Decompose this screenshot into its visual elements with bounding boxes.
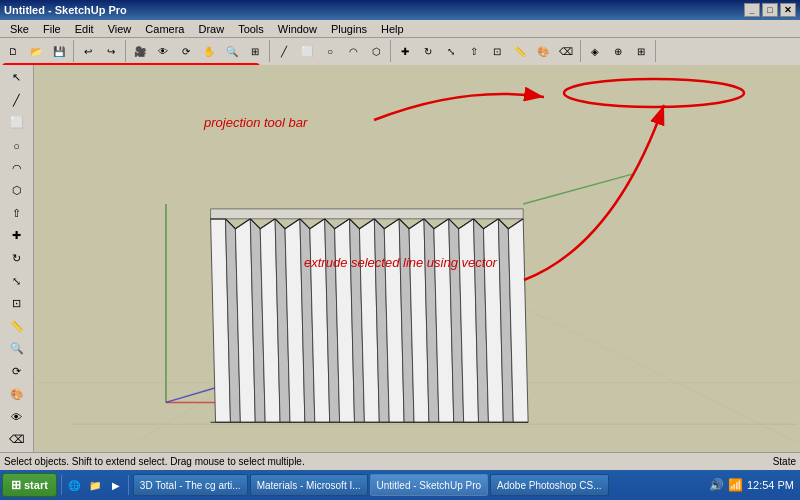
left-toolbar: ↖ ╱ ⬜ ○ ◠ ⬡ ⇧ ✚ ↻ ⤡ ⊡ 📏 🔍 ⟳ 🎨 👁 ⌫ (0, 65, 34, 452)
arc-btn[interactable]: ◠ (342, 40, 364, 62)
circle-btn[interactable]: ○ (319, 40, 341, 62)
left-eraser[interactable]: ⌫ (3, 429, 31, 451)
undo-btn[interactable]: ↩ (77, 40, 99, 62)
snap3-btn[interactable]: ⊞ (630, 40, 652, 62)
quicklaunch-media[interactable]: ▶ (106, 475, 126, 495)
minimize-button[interactable]: _ (744, 3, 760, 17)
zoomext-btn[interactable]: ⊞ (244, 40, 266, 62)
left-arc[interactable]: ◠ (3, 157, 31, 179)
rotate-btn[interactable]: ↻ (417, 40, 439, 62)
left-line[interactable]: ╱ (3, 90, 31, 112)
menu-view[interactable]: View (102, 21, 138, 37)
menu-draw[interactable]: Draw (192, 21, 230, 37)
taskbar-item-sketchup[interactable]: Untitled - SketchUp Pro (370, 474, 489, 496)
start-label: start (24, 479, 48, 491)
view-toolbar-group: 🎥 👁 ⟳ ✋ 🔍 ⊞ (129, 40, 270, 62)
maximize-button[interactable]: □ (762, 3, 778, 17)
open-btn[interactable]: 📂 (25, 40, 47, 62)
left-poly[interactable]: ⬡ (3, 180, 31, 202)
line-btn[interactable]: ╱ (273, 40, 295, 62)
taskbar-item-photoshop[interactable]: Adobe Photoshop CS... (490, 474, 609, 496)
orbit-btn[interactable]: ⟳ (175, 40, 197, 62)
status-bar: Select objects. Shift to extend select. … (0, 452, 800, 470)
menu-help[interactable]: Help (375, 21, 410, 37)
taskbar: ⊞ start 🌐 📁 ▶ 3D Total - The cg arti... … (0, 470, 800, 500)
window-title: Untitled - SketchUp Pro (4, 4, 127, 16)
draw-toolbar-group: ╱ ⬜ ○ ◠ ⬡ (273, 40, 391, 62)
system-tray: 🔊 📶 12:54 PM (709, 478, 798, 492)
left-offset[interactable]: ⊡ (3, 293, 31, 315)
left-pushpull[interactable]: ⇧ (3, 203, 31, 225)
tools-toolbar-group: ✚ ↻ ⤡ ⇧ ⊡ 📏 🎨 ⌫ (394, 40, 581, 62)
3d-canvas (34, 65, 800, 452)
file-toolbar-group: 🗋 📂 💾 (2, 40, 74, 62)
quicklaunch-ie[interactable]: 🌐 (64, 475, 84, 495)
snap2-btn[interactable]: ⊕ (607, 40, 629, 62)
tray-time: 12:54 PM (747, 479, 794, 491)
menu-window[interactable]: Window (272, 21, 323, 37)
tape-btn[interactable]: 📏 (509, 40, 531, 62)
zoom-btn[interactable]: 🔍 (221, 40, 243, 62)
start-button[interactable]: ⊞ start (2, 473, 57, 497)
redo-btn[interactable]: ↪ (100, 40, 122, 62)
poly-btn[interactable]: ⬡ (365, 40, 387, 62)
pushpull-btn[interactable]: ⇧ (463, 40, 485, 62)
title-bar: Untitled - SketchUp Pro _ □ ✕ (0, 0, 800, 20)
offset-btn[interactable]: ⊡ (486, 40, 508, 62)
svg-marker-32 (211, 209, 524, 219)
scale-btn[interactable]: ⤡ (440, 40, 462, 62)
tray-volume-icon: 📶 (728, 478, 743, 492)
left-tape[interactable]: 📏 (3, 316, 31, 338)
left-circle[interactable]: ○ (3, 135, 31, 157)
menu-edit[interactable]: Edit (69, 21, 100, 37)
left-scale[interactable]: ⤡ (3, 270, 31, 292)
snap1-btn[interactable]: ◈ (584, 40, 606, 62)
left-orbit[interactable]: ⟳ (3, 361, 31, 383)
pan-btn[interactable]: ✋ (198, 40, 220, 62)
edit-toolbar-group: ↩ ↪ (77, 40, 126, 62)
save-btn[interactable]: 💾 (48, 40, 70, 62)
status-text: Select objects. Shift to extend select. … (4, 456, 765, 467)
menu-file[interactable]: File (37, 21, 67, 37)
taskbar-item-materials[interactable]: Materials - Microsoft I... (250, 474, 368, 496)
rect-btn[interactable]: ⬜ (296, 40, 318, 62)
camera2-btn[interactable]: 👁 (152, 40, 174, 62)
tray-network-icon: 🔊 (709, 478, 724, 492)
left-select[interactable]: ↖ (3, 67, 31, 89)
menu-camera[interactable]: Camera (139, 21, 190, 37)
state-label: State (773, 456, 796, 467)
left-paint[interactable]: 🎨 (3, 383, 31, 405)
new-btn[interactable]: 🗋 (2, 40, 24, 62)
left-zoom[interactable]: 🔍 (3, 338, 31, 360)
left-rotate[interactable]: ↻ (3, 248, 31, 270)
move-btn[interactable]: ✚ (394, 40, 416, 62)
menu-sketchup[interactable]: Ske (4, 21, 35, 37)
main-viewport[interactable]: projection tool bar extrude selected lin… (34, 65, 800, 452)
left-move[interactable]: ✚ (3, 225, 31, 247)
menu-plugins[interactable]: Plugins (325, 21, 373, 37)
quicklaunch-folder[interactable]: 📁 (85, 475, 105, 495)
snap-toolbar-group: ◈ ⊕ ⊞ (584, 40, 656, 62)
windows-logo-icon: ⊞ (11, 478, 21, 492)
paint-btn[interactable]: 🎨 (532, 40, 554, 62)
left-eye[interactable]: 👁 (3, 406, 31, 428)
eraser-btn[interactable]: ⌫ (555, 40, 577, 62)
left-rect[interactable]: ⬜ (3, 112, 31, 134)
camera1-btn[interactable]: 🎥 (129, 40, 151, 62)
title-bar-controls: _ □ ✕ (744, 3, 796, 17)
close-button[interactable]: ✕ (780, 3, 796, 17)
menu-bar: Ske File Edit View Camera Draw Tools Win… (0, 20, 800, 38)
taskbar-item-3dtotal[interactable]: 3D Total - The cg arti... (133, 474, 248, 496)
menu-tools[interactable]: Tools (232, 21, 270, 37)
